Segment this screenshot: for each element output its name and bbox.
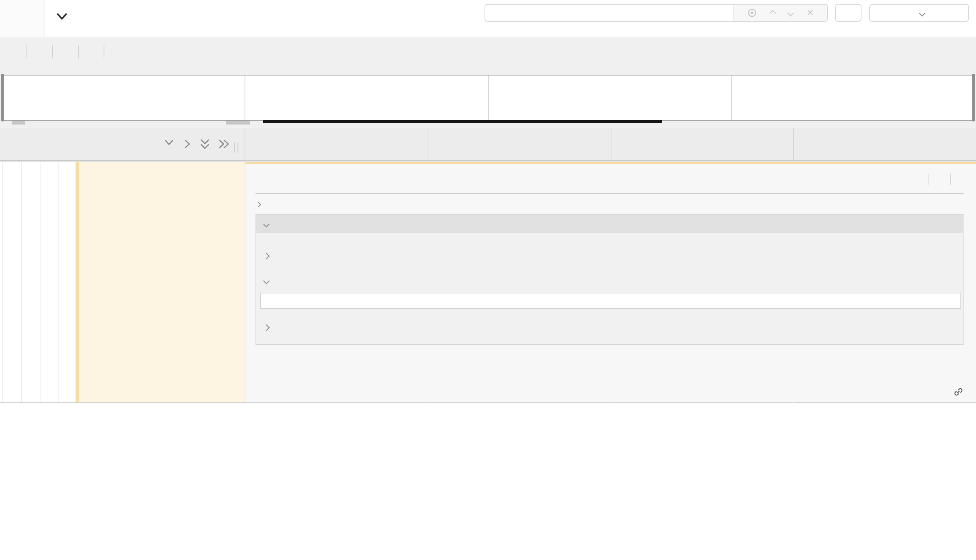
minimap-axis xyxy=(0,65,976,75)
chevron-down-icon[interactable] xyxy=(56,12,68,20)
scrubber-grip[interactable] xyxy=(11,121,25,125)
tree-guide xyxy=(2,162,3,402)
timeline-header-row xyxy=(0,128,976,161)
log-key xyxy=(271,300,359,302)
chevron-down-icon xyxy=(919,10,925,16)
selected-span-highlight xyxy=(79,162,244,402)
gridline xyxy=(731,75,732,120)
chevron-down-icon xyxy=(263,221,270,227)
divider xyxy=(52,45,53,58)
divider xyxy=(104,45,104,58)
find-controls: ✕ xyxy=(733,5,827,21)
minimap-footer xyxy=(0,121,976,128)
find-prev-icon[interactable] xyxy=(770,10,776,16)
span-detail-name-column xyxy=(0,162,245,402)
link-icon[interactable] xyxy=(953,387,964,397)
gridline xyxy=(793,128,794,160)
tree-guide xyxy=(21,162,22,402)
span-color-bar xyxy=(75,162,79,402)
trace-minimap[interactable] xyxy=(1,75,975,121)
span-detail-meta xyxy=(916,174,964,185)
column-resize-handle[interactable] xyxy=(234,142,238,153)
chevron-right-icon xyxy=(263,324,270,331)
back-button[interactable] xyxy=(0,0,44,37)
chevron-right-icon[interactable] xyxy=(255,202,261,207)
log-event-detail xyxy=(260,293,961,309)
log-event-message xyxy=(359,300,951,302)
logs-accordion xyxy=(255,214,964,345)
right-scrubber-handle[interactable] xyxy=(972,74,975,121)
collapse-all-icon[interactable] xyxy=(199,139,210,150)
divider xyxy=(950,174,951,185)
close-icon[interactable]: ✕ xyxy=(807,8,814,18)
divider xyxy=(928,174,929,185)
collapse-one-icon[interactable] xyxy=(164,139,174,146)
span-detail-panel xyxy=(245,162,976,402)
trace-title-group xyxy=(56,12,82,20)
scrubber-grip[interactable] xyxy=(226,121,250,125)
trace-overview-region xyxy=(0,37,976,128)
scroll-indicator[interactable] xyxy=(263,120,662,123)
find-group: ✕ xyxy=(484,4,828,22)
service-operation-header xyxy=(0,128,245,160)
log-entry[interactable] xyxy=(256,320,963,335)
keyboard-shortcuts-button[interactable] xyxy=(835,4,861,22)
trace-summary-bar xyxy=(7,43,119,60)
divider xyxy=(255,193,964,194)
gridline xyxy=(428,128,428,160)
log-entry-expanded[interactable] xyxy=(256,273,963,288)
logs-header[interactable] xyxy=(256,215,963,233)
tags-row[interactable] xyxy=(255,202,964,207)
chevron-right-icon xyxy=(263,253,270,259)
divider xyxy=(26,45,27,58)
find-input[interactable] xyxy=(485,5,733,21)
gridline xyxy=(488,75,489,120)
chevron-down-icon xyxy=(263,277,270,284)
locate-icon[interactable] xyxy=(747,8,757,18)
expand-one-icon[interactable] xyxy=(183,139,191,149)
left-scrubber-handle[interactable] xyxy=(1,74,4,121)
gridline xyxy=(611,128,611,160)
span-id-row xyxy=(945,387,964,397)
timeline-axis-header xyxy=(245,128,976,160)
divider xyxy=(78,45,79,58)
tree-guide xyxy=(40,162,41,402)
top-bar: ✕ xyxy=(0,0,976,37)
gridline xyxy=(245,75,246,120)
span-rows-region xyxy=(0,161,976,403)
log-entry[interactable] xyxy=(256,248,963,263)
trace-view-selector[interactable] xyxy=(869,4,969,22)
span-detail-header xyxy=(255,174,964,185)
expand-all-icon[interactable] xyxy=(218,139,230,149)
jaeger-trace-view: ✕ xyxy=(0,0,976,560)
find-next-icon[interactable] xyxy=(787,10,794,16)
span-detail-row xyxy=(0,161,976,403)
tree-guide xyxy=(58,162,59,402)
